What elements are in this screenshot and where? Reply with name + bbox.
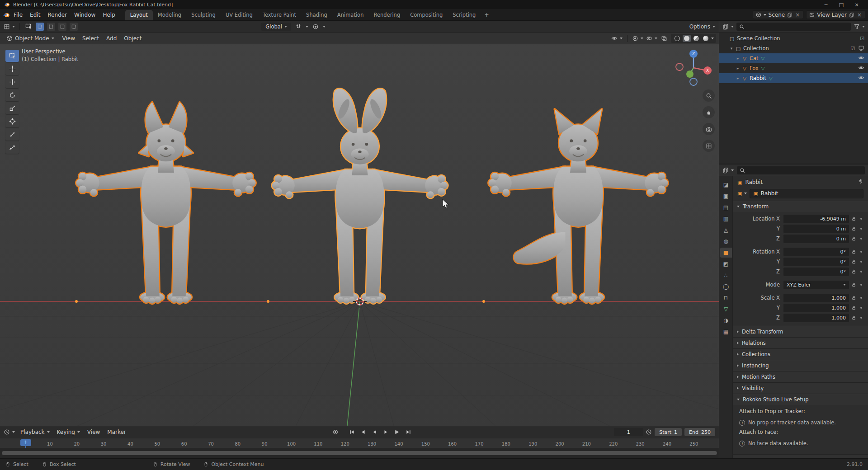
menu-item[interactable]: Help bbox=[99, 10, 118, 19]
prev-keyframe-button[interactable] bbox=[358, 428, 368, 436]
lock-icon[interactable] bbox=[849, 295, 858, 301]
transform-value-field[interactable]: 0 m bbox=[783, 225, 849, 233]
shading-settings-caret[interactable] bbox=[711, 38, 714, 39]
lock-icon[interactable] bbox=[849, 216, 858, 221]
section-header[interactable]: Delta Transform bbox=[733, 326, 868, 337]
add-workspace-button[interactable]: + bbox=[481, 10, 492, 19]
timeline-menu-item[interactable]: Marker bbox=[104, 428, 129, 437]
timeline-scrollbar-track[interactable] bbox=[0, 448, 719, 458]
menu-item[interactable]: Edit bbox=[26, 10, 44, 19]
tab-particles[interactable]: ∴ bbox=[720, 270, 732, 280]
tab-world[interactable]: ◍ bbox=[720, 236, 732, 246]
select-mode-extend-button[interactable] bbox=[47, 23, 55, 31]
tool-annotate[interactable] bbox=[5, 128, 19, 141]
tab-constraints[interactable]: ⊓ bbox=[720, 293, 732, 303]
pan-button[interactable] bbox=[703, 106, 715, 118]
workspace-tab[interactable]: Animation bbox=[332, 10, 369, 20]
close-button[interactable]: × bbox=[849, 2, 864, 8]
timeline-ruler[interactable]: 1020304050607080901001101201301401501601… bbox=[0, 438, 719, 448]
tab-material[interactable]: ◑ bbox=[720, 315, 732, 325]
tool-scale[interactable] bbox=[5, 102, 19, 114]
viewport-3d[interactable]: Z X User Perspective (1) Collection | R bbox=[0, 44, 719, 426]
editor-type-button[interactable] bbox=[4, 24, 15, 30]
properties-search-input[interactable] bbox=[737, 166, 865, 174]
minimize-button[interactable]: ─ bbox=[818, 2, 834, 8]
xray-toggle[interactable] bbox=[660, 34, 668, 42]
menu-item[interactable]: Window bbox=[71, 10, 99, 19]
timeline-menu-item[interactable]: Keying bbox=[53, 428, 84, 437]
tool-cursor[interactable] bbox=[5, 63, 19, 75]
workspace-tab[interactable]: Scripting bbox=[448, 10, 481, 20]
tab-object-data[interactable]: ▽ bbox=[720, 304, 732, 314]
outliner-row[interactable]: ▸ ▽ Fox ▽ bbox=[719, 63, 868, 73]
scene-selector[interactable]: Scene × bbox=[753, 10, 804, 19]
character-cat[interactable] bbox=[488, 109, 668, 303]
character-rabbit[interactable] bbox=[272, 89, 448, 303]
animate-property-dot[interactable] bbox=[858, 271, 864, 273]
select-mode-subtract-button[interactable] bbox=[58, 23, 66, 31]
timeline-editor-type-button[interactable] bbox=[4, 429, 15, 435]
eye-icon[interactable] bbox=[858, 55, 864, 62]
select-mode-new-button[interactable] bbox=[36, 23, 44, 31]
workspace-tab[interactable]: Modeling bbox=[153, 10, 186, 20]
toggle-perspective-button[interactable] bbox=[703, 140, 715, 152]
object-name-field[interactable]: ▣ Rabbit bbox=[750, 189, 863, 198]
tool-move[interactable] bbox=[5, 76, 19, 88]
current-frame-field[interactable]: 1 bbox=[614, 428, 643, 436]
new-view-layer-icon[interactable] bbox=[849, 12, 854, 18]
tool-transform[interactable] bbox=[5, 115, 19, 127]
animate-property-dot[interactable] bbox=[858, 284, 864, 286]
snap-settings-caret[interactable] bbox=[306, 26, 308, 28]
collection-checkbox-icon[interactable]: ☑ bbox=[850, 46, 855, 52]
expand-caret[interactable]: ▾ bbox=[728, 46, 735, 51]
select-mode-invert-button[interactable] bbox=[70, 23, 78, 31]
remove-view-layer-icon[interactable]: × bbox=[857, 12, 862, 18]
object-type-dropdown[interactable]: ▣ bbox=[737, 191, 747, 197]
playhead[interactable]: 1 bbox=[20, 438, 31, 448]
tab-texture[interactable]: ▦ bbox=[720, 327, 732, 337]
object-visibility-dropdown[interactable] bbox=[611, 35, 623, 42]
snap-toggle[interactable] bbox=[294, 23, 302, 31]
expand-caret[interactable]: ▸ bbox=[735, 56, 741, 61]
workspace-tab[interactable]: Texture Paint bbox=[258, 10, 301, 20]
scene-dropdown-caret[interactable] bbox=[764, 14, 766, 16]
new-scene-icon[interactable] bbox=[787, 12, 793, 18]
outliner-item-label[interactable]: Fox bbox=[750, 65, 759, 71]
rokoko-section-header[interactable]: Rokoko Studio Live Setup bbox=[733, 394, 868, 405]
outliner-row[interactable]: ▢ Scene Collection ☑ bbox=[719, 33, 868, 43]
shading-material-button[interactable] bbox=[692, 35, 700, 42]
tab-render[interactable]: ▣ bbox=[720, 191, 732, 201]
frame-end-field[interactable]: End250 bbox=[684, 428, 715, 436]
lock-icon[interactable] bbox=[849, 269, 858, 274]
tab-output[interactable]: ▤ bbox=[720, 202, 732, 212]
proportional-settings-caret[interactable] bbox=[323, 26, 326, 28]
tab-modifiers[interactable]: ◩ bbox=[720, 259, 732, 269]
animate-property-dot[interactable] bbox=[858, 297, 864, 299]
options-dropdown[interactable]: Options bbox=[689, 24, 715, 30]
transform-value-field[interactable]: 1.000 bbox=[783, 304, 849, 312]
camera-view-button[interactable] bbox=[703, 123, 715, 135]
collection-checkbox-icon[interactable]: ☑ bbox=[860, 36, 864, 42]
workspace-tab[interactable]: Rendering bbox=[368, 10, 405, 20]
outliner-row[interactable]: ▸ ▽ Cat ▽ bbox=[719, 53, 868, 63]
lock-icon[interactable] bbox=[849, 236, 858, 241]
tab-object[interactable]: ■ bbox=[720, 248, 732, 258]
tool-rotate[interactable] bbox=[5, 89, 19, 101]
section-header[interactable]: Visibility bbox=[733, 382, 868, 394]
blender-menu-icon[interactable] bbox=[3, 11, 10, 19]
tab-scene[interactable]: ◬ bbox=[720, 225, 732, 235]
screen-visibility-icon[interactable] bbox=[858, 45, 864, 52]
outliner-filter-button[interactable] bbox=[854, 24, 865, 30]
section-header[interactable]: Instancing bbox=[733, 360, 868, 371]
animate-property-dot[interactable] bbox=[858, 238, 864, 240]
workspace-tab[interactable]: Compositing bbox=[405, 10, 448, 20]
tab-tool[interactable]: ◪ bbox=[720, 180, 732, 190]
outliner-item-label[interactable]: Scene Collection bbox=[737, 35, 780, 42]
play-reverse-button[interactable] bbox=[369, 428, 379, 436]
zoom-button[interactable] bbox=[703, 89, 715, 102]
viewport-menu-item[interactable]: Object bbox=[120, 34, 145, 43]
transform-value-field[interactable]: 0 m bbox=[783, 235, 849, 243]
lock-icon[interactable] bbox=[849, 249, 858, 254]
transform-value-field[interactable]: 0° bbox=[783, 258, 849, 266]
navigation-gizmo[interactable]: Z X bbox=[676, 50, 712, 85]
